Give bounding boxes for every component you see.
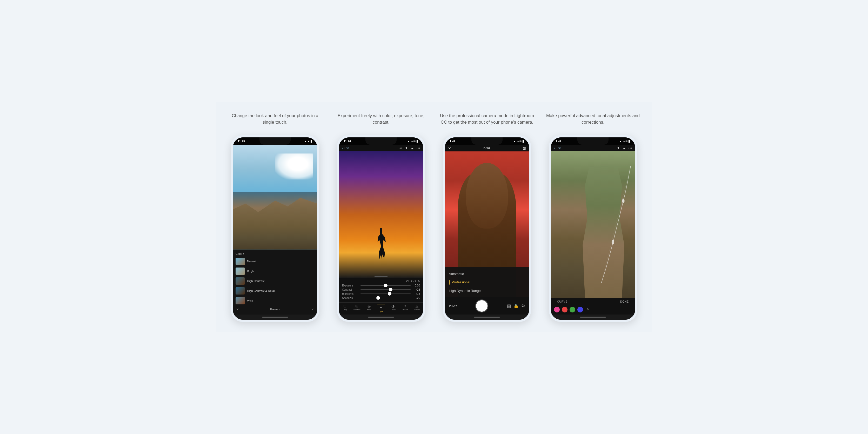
exposure-slider[interactable] [361, 285, 411, 286]
edit-topbar: ‹ Edit ↩ ⬆ ☁ ••• [339, 145, 423, 151]
status-icons-4: ▲ WiFi ▊ [619, 140, 630, 143]
panel-1: Change the look and feel of your photos … [224, 113, 326, 322]
phone-1-frame: 11:25 ● ▲ ▊ [233, 137, 317, 320]
tone-topbar: ‹ Edit ⬆ ☁ ••• [551, 145, 635, 151]
color-circle-pink[interactable] [554, 307, 560, 312]
chevron-left-icon: ‹ [342, 147, 343, 150]
tab-light-label: Light [379, 310, 383, 312]
format-label: DNG [483, 147, 490, 150]
dog-head [466, 163, 508, 228]
cloud-icon[interactable]: ☁ [410, 146, 414, 150]
curve-label-4: CURVE [557, 300, 567, 303]
color-icon: ◑ [392, 304, 395, 308]
svg-point-2 [622, 199, 625, 204]
panel-4-caption: Make powerful advanced tonal adjustments… [542, 113, 644, 128]
tab-color[interactable]: ◑ Color [387, 304, 399, 312]
list-item[interactable]: Natural [233, 256, 317, 266]
professional-mode[interactable]: Professional [449, 278, 525, 287]
exposure-value: 0.00 [412, 284, 420, 287]
professional-label: Professional [452, 280, 470, 284]
confirm-icon[interactable]: ✓ [311, 308, 314, 311]
camera-capture-icon[interactable]: ⊡ [523, 146, 526, 150]
preset-name: High Contrast [247, 279, 265, 283]
more-icon[interactable]: ••• [416, 146, 420, 150]
tab-crop-label: Crop [343, 309, 347, 311]
shadows-thumb[interactable] [376, 296, 380, 300]
panel-3: Use the professional camera mode in Ligh… [436, 113, 538, 322]
shutter-button[interactable] [475, 300, 488, 312]
camera-mode-menu: Automatic Professional High Dynamic Rang… [445, 267, 529, 298]
auto-icon: ◎ [368, 304, 371, 308]
color-circle-green[interactable] [569, 307, 575, 312]
tab-crop[interactable]: ⊡ Crop [339, 304, 351, 312]
phone-4-screen: ‹ Edit ⬆ ☁ ••• [551, 145, 635, 320]
list-item[interactable]: Vivid [233, 296, 317, 306]
time-1: 11:25 [238, 140, 245, 143]
selected-indicator [449, 280, 450, 285]
tab-profiles[interactable]: ⊞ Profiles [351, 304, 363, 312]
lock-icon[interactable]: 🔒 [514, 303, 519, 308]
preset-name: Vivid [247, 299, 253, 302]
exposure-row: Exposure 0.00 [342, 284, 420, 287]
tab-auto[interactable]: ◎ Auto [363, 304, 375, 312]
list-item[interactable]: High Contrast & Detail [233, 286, 317, 296]
status-icons-2: ▲ WiFi ▊ [407, 140, 418, 143]
screen-4: ‹ Edit ⬆ ☁ ••• [551, 145, 635, 320]
screen-1: Color ▾ Natural Bright [233, 145, 317, 320]
chevron-left-icon: ‹ [554, 147, 555, 150]
bottom-tabs: ⊡ Crop ⊞ Profiles ◎ Auto [339, 302, 423, 314]
shadows-row: Shadows -25 [342, 297, 420, 300]
status-icons-1: ● ▲ ▊ [305, 140, 312, 143]
tab-light[interactable]: ✦ Light [375, 304, 387, 312]
list-item[interactable]: High Contrast [233, 276, 317, 286]
curve-edit-icon[interactable]: ✎ [417, 280, 420, 283]
phone-3-screen: ✕ DNG ⊡ Automatic [445, 145, 529, 320]
more-icon-4[interactable]: ••• [628, 146, 632, 150]
camera-topbar: ✕ DNG ⊡ [445, 145, 529, 151]
screen-3: ✕ DNG ⊡ Automatic [445, 145, 529, 320]
edit-pencil-icon[interactable]: ✎ [585, 307, 591, 312]
done-button[interactable]: DONE [620, 300, 629, 303]
close-icon[interactable]: ✕ [448, 146, 451, 150]
exposure-thumb[interactable] [384, 284, 388, 287]
phone-1-wrapper: 11:25 ● ▲ ▊ [231, 135, 319, 322]
color-circles-bar: ✎ [551, 305, 635, 314]
tab-effects[interactable]: ✦ Effects [399, 304, 411, 312]
home-bar [262, 317, 288, 318]
settings-icon[interactable]: ⚙ [521, 303, 525, 308]
close-icon[interactable]: ✕ [236, 308, 239, 311]
highlights-row: Highlights +18 [342, 292, 420, 295]
highlights-value: +18 [412, 292, 420, 295]
chevron-down-icon: ▾ [456, 304, 457, 307]
share-icon-4[interactable]: ⬆ [617, 146, 620, 150]
contrast-slider[interactable] [361, 289, 411, 290]
back-button[interactable]: ‹ Edit [342, 147, 349, 150]
edit-label-4: Edit [556, 147, 561, 150]
histogram-icon[interactable]: ▤ [507, 303, 511, 308]
shadows-label: Shadows [342, 297, 359, 300]
cloud-icon-4[interactable]: ☁ [622, 146, 626, 150]
highlights-thumb[interactable] [388, 292, 392, 296]
undo-icon[interactable]: ↩ [399, 146, 402, 150]
shadows-slider[interactable] [361, 298, 411, 298]
phone-2-frame: 11:26 ▲ WiFi ▊ ‹ Edit [339, 137, 423, 320]
color-circle-blue[interactable] [577, 307, 583, 312]
list-item[interactable]: Bright [233, 266, 317, 276]
tab-detail[interactable]: △ Detail [411, 304, 423, 312]
automatic-mode[interactable]: Automatic [449, 270, 525, 278]
color-category: Color [236, 252, 242, 255]
preset-thumb [236, 277, 245, 285]
hdr-mode[interactable]: High Dynamic Range [449, 287, 525, 295]
share-icon[interactable]: ⬆ [405, 146, 408, 150]
phone-2-screen: ‹ Edit ↩ ⬆ ☁ ••• [339, 145, 423, 320]
automatic-label: Automatic [449, 272, 464, 276]
notch-1 [259, 137, 291, 145]
color-circle-red[interactable] [562, 307, 567, 312]
highlights-slider[interactable] [361, 293, 411, 294]
presets-bottom-bar: ✕ Presets ✓ [233, 306, 317, 313]
phone-2-statusbar: 11:26 ▲ WiFi ▊ [339, 137, 423, 145]
phone-4-statusbar: 1:47 ▲ WiFi ▊ [551, 137, 635, 145]
sunset-photo [339, 151, 423, 278]
contrast-thumb[interactable] [389, 288, 393, 291]
back-button-4[interactable]: ‹ Edit [554, 147, 561, 150]
